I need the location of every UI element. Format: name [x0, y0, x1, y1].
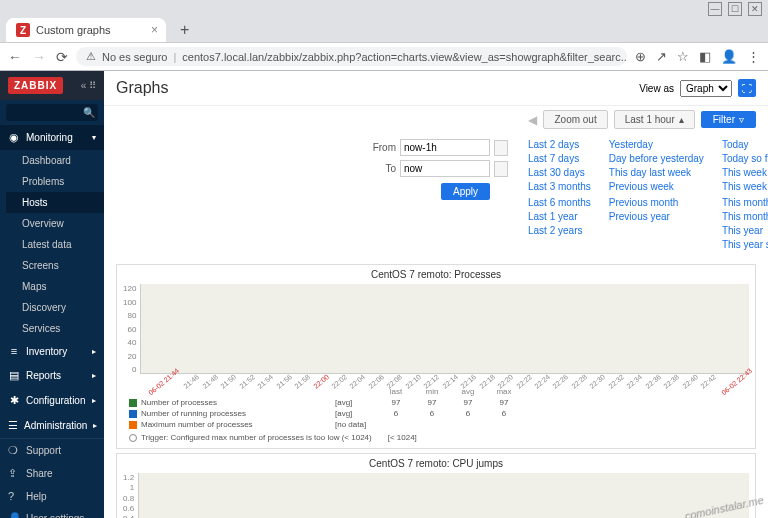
browser-chrome: — ☐ ✕ Z Custom graphs × + ← → ⟳ ⚠ No es …	[0, 0, 768, 71]
sidebar-item-overview[interactable]: Overview	[6, 213, 104, 234]
tab-close-icon[interactable]: ×	[151, 23, 158, 37]
legend-color-icon	[129, 421, 137, 429]
url-text: centos7.local.lan/zabbix/zabbix.php?acti…	[182, 51, 627, 63]
quick-range-link[interactable]: Last 3 months	[528, 181, 591, 194]
quick-range-link[interactable]: Last 1 year	[528, 211, 591, 222]
trigger-line: Trigger: Configured max number of proces…	[117, 431, 755, 448]
sidebar-item-screens[interactable]: Screens	[6, 255, 104, 276]
sidebar-bottom-user-settings[interactable]: 👤User settings	[0, 507, 104, 518]
section-icon: ◉	[8, 131, 20, 144]
sidebar-item-latest-data[interactable]: Latest data	[6, 234, 104, 255]
sidebar-section-inventory[interactable]: ≡Inventory▸	[0, 339, 104, 363]
bookmark-icon[interactable]: ☆	[677, 49, 689, 64]
plot-area[interactable]	[138, 473, 749, 518]
quick-ranges: Last 2 daysYesterdayTodayLast 5 minutesL…	[528, 139, 768, 250]
zabbix-logo[interactable]: ZABBIX	[8, 77, 63, 94]
x-axis: 06-02 21:4421:4621:4821:5021:5221:5421:5…	[117, 378, 755, 385]
insecure-icon: ⚠	[86, 50, 96, 63]
quick-range-link[interactable]: Last 30 days	[528, 167, 591, 178]
favicon-icon: Z	[16, 23, 30, 37]
quick-range-link[interactable]: Day before yesterday	[609, 153, 704, 164]
sidebar-section-reports[interactable]: ▤Reports▸	[0, 363, 104, 388]
bottom-icon: 👤	[8, 512, 20, 518]
bottom-label: Help	[26, 491, 47, 502]
sidebar-item-services[interactable]: Services	[6, 318, 104, 339]
quick-range-link[interactable]: This month	[722, 197, 768, 208]
y-axis: 120100806040200	[123, 284, 140, 374]
sidebar-section-configuration[interactable]: ✱Configuration▸	[0, 388, 104, 413]
quick-range-link[interactable]: Today	[722, 139, 768, 150]
sidebar-section-administration[interactable]: ☰Administration▸	[0, 413, 104, 438]
filter-button[interactable]: Filter▿	[701, 111, 756, 128]
sidebar-collapse-icon[interactable]: « ⠿	[81, 80, 96, 91]
apply-button[interactable]: Apply	[441, 183, 490, 200]
maximize-button[interactable]: ☐	[728, 2, 742, 16]
y-axis: 1.210.80.60.4	[123, 473, 138, 518]
tab-title: Custom graphs	[36, 24, 111, 36]
sidebar-item-maps[interactable]: Maps	[6, 276, 104, 297]
quick-range-link[interactable]: Last 2 years	[528, 225, 591, 236]
to-label: To	[366, 163, 396, 174]
to-calendar-icon[interactable]	[494, 161, 508, 177]
search-icon[interactable]: ⊕	[635, 49, 646, 64]
sidebar-bottom-share[interactable]: ⇪Share	[0, 462, 104, 485]
time-prev-icon[interactable]: ◀	[528, 113, 537, 127]
nav-reload-icon[interactable]: ⟳	[56, 49, 68, 65]
quick-range-link[interactable]: Previous month	[609, 197, 704, 208]
url-box[interactable]: ⚠ No es seguro | centos7.local.lan/zabbi…	[76, 47, 627, 66]
sidebar-bottom-help[interactable]: ?Help	[0, 485, 104, 507]
sidebar-item-problems[interactable]: Problems	[6, 171, 104, 192]
section-icon: ✱	[8, 394, 20, 407]
bottom-icon: ⇪	[8, 467, 20, 480]
sidebar: ZABBIX « ⠿ 🔍 ◉Monitoring▾DashboardProble…	[0, 71, 104, 518]
sidebar-bottom-support[interactable]: ❍Support	[0, 439, 104, 462]
time-range-dropdown[interactable]: Last 1 hour▴	[614, 110, 695, 129]
quick-range-link[interactable]: This year so far	[722, 239, 768, 250]
new-tab-button[interactable]: +	[174, 19, 195, 41]
main-content: Graphs View as Graph ⛶ ◀ Zoom out Last 1…	[104, 71, 768, 518]
nav-back-icon[interactable]: ←	[8, 49, 22, 65]
quick-range-link[interactable]: Previous year	[609, 211, 704, 222]
bottom-icon: ❍	[8, 444, 20, 457]
profile-icon[interactable]: 👤	[721, 49, 737, 64]
quick-range-link[interactable]: Today so far	[722, 153, 768, 164]
close-window-button[interactable]: ✕	[748, 2, 762, 16]
legend-color-icon	[129, 399, 137, 407]
from-label: From	[366, 142, 396, 153]
sidebar-section-monitoring[interactable]: ◉Monitoring▾	[0, 125, 104, 150]
quick-range-link[interactable]: Yesterday	[609, 139, 704, 150]
sidebar-item-discovery[interactable]: Discovery	[6, 297, 104, 318]
chevron-up-icon: ▴	[679, 114, 684, 125]
page-header: Graphs View as Graph ⛶	[104, 71, 768, 106]
plot-area[interactable]	[140, 284, 749, 374]
quick-range-link[interactable]: Last 2 days	[528, 139, 591, 150]
menu-icon[interactable]: ⋮	[747, 49, 760, 64]
from-calendar-icon[interactable]	[494, 140, 508, 156]
quick-range-link[interactable]: Last 7 days	[528, 153, 591, 164]
minimize-button[interactable]: —	[708, 2, 722, 16]
extension-icon[interactable]: ◧	[699, 49, 711, 64]
quick-range-link[interactable]: Previous week	[609, 181, 704, 194]
to-input[interactable]	[400, 160, 490, 177]
sidebar-item-hosts[interactable]: Hosts	[6, 192, 104, 213]
quick-range-link[interactable]: This year	[722, 225, 768, 236]
sidebar-search-input[interactable]: 🔍	[6, 104, 98, 121]
kiosk-mode-icon[interactable]: ⛶	[738, 79, 756, 97]
section-label: Monitoring	[26, 132, 73, 143]
bottom-label: Support	[26, 445, 61, 456]
page-title: Graphs	[116, 79, 168, 97]
quick-range-link[interactable]: Last 6 months	[528, 197, 591, 208]
quick-range-link[interactable]: This week so far	[722, 181, 768, 194]
browser-tab[interactable]: Z Custom graphs ×	[6, 18, 166, 42]
nav-forward-icon[interactable]: →	[32, 49, 46, 65]
quick-range-link[interactable]: This month so far	[722, 211, 768, 222]
zoom-out-button[interactable]: Zoom out	[543, 110, 607, 129]
view-as-select[interactable]: Graph	[680, 80, 732, 97]
section-label: Inventory	[26, 346, 67, 357]
graph-title: CentOS 7 remoto: CPU jumps	[117, 454, 755, 473]
quick-range-link[interactable]: This day last week	[609, 167, 704, 178]
from-input[interactable]	[400, 139, 490, 156]
sidebar-item-dashboard[interactable]: Dashboard	[6, 150, 104, 171]
quick-range-link[interactable]: This week	[722, 167, 768, 178]
share-icon[interactable]: ↗	[656, 49, 667, 64]
